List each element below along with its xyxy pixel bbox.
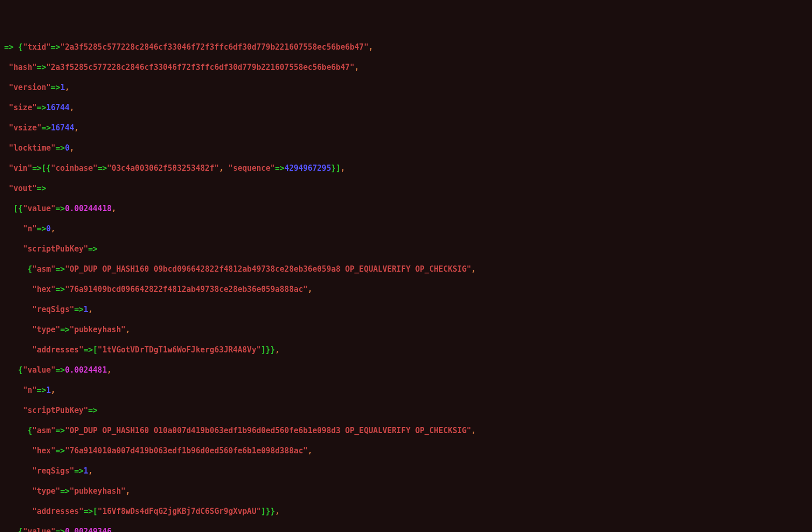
key-vsize: vsize xyxy=(13,123,37,132)
vout0-asm: OP_DUP OP_HASH160 09bcd096642822f4812ab4… xyxy=(69,264,467,274)
val-size: 16744 xyxy=(46,103,69,112)
key-version: version xyxy=(13,83,46,92)
vout1-hex: 76a914010a007d419b063edf1b96d0ed560fe6b1… xyxy=(69,446,303,455)
vout1-n: 1 xyxy=(46,386,51,395)
vout1-asm: OP_DUP OP_HASH160 010a007d419b063edf1b96… xyxy=(69,426,467,435)
vout0-addr: 1tVGotVDrTDgT1w6WoFJkerg63JR4A8Vy xyxy=(102,345,257,354)
key-hash: hash xyxy=(13,63,32,72)
val-txid: 2a3f5285c577228c2846cf33046f72f3ffc6df30… xyxy=(65,42,364,52)
vout1-value: 0.0024481 xyxy=(65,365,107,375)
vout0-value: 0.00244418 xyxy=(65,204,111,213)
vout0-reqSigs: 1 xyxy=(84,305,88,314)
vout0-hex: 76a91409bcd096642822f4812ab49738ce28eb36… xyxy=(69,285,303,294)
arrow: => xyxy=(4,42,13,52)
val-coinbase: 03c4a003062f503253482f xyxy=(112,164,215,173)
vout1-addr: 16Vf8wDs4dFqG2jgKBj7dC6SGr9gXvpAU xyxy=(102,507,257,516)
val-sequence: 4294967295 xyxy=(284,164,331,173)
key-size: size xyxy=(13,103,32,112)
val-hash: 2a3f5285c577228c2846cf33046f72f3ffc6df30… xyxy=(51,63,350,72)
key-vout: vout xyxy=(13,184,32,193)
vout0-n: 0 xyxy=(46,224,51,233)
key-locktime: locktime xyxy=(13,143,51,153)
key-vin: vin xyxy=(13,164,27,173)
key-coinbase: coinbase xyxy=(55,164,93,173)
terminal-output: => {"txid"=>"2a3f5285c577228c2846cf33046… xyxy=(4,42,808,532)
key-txid: txid xyxy=(27,42,46,52)
key-sequence: sequence xyxy=(233,164,270,173)
vout1-reqSigs: 1 xyxy=(84,466,88,476)
vout2-value: 0.00249346 xyxy=(65,527,111,532)
val-vsize: 16744 xyxy=(51,123,74,132)
